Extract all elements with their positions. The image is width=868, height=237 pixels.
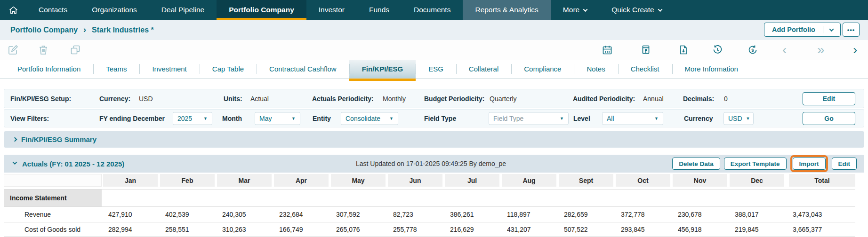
last-updated-text: Last Updated on 17-01-2025 09:49:25 By d…	[356, 160, 506, 167]
setup-title: Fin/KPI/ESG Setup:	[10, 95, 71, 103]
tab-more-information[interactable]: More Information	[672, 60, 751, 78]
table-cell: 219,845	[730, 226, 784, 233]
month-dropdown[interactable]: May▼	[255, 112, 300, 125]
actuals-section-header[interactable]: Actuals (FY: 01 2025 - 12 2025) Last Upd…	[4, 155, 864, 173]
tab-compliance[interactable]: Compliance	[511, 60, 574, 78]
dropdown-caret-icon: ▼	[203, 116, 208, 121]
actuals-edit-button[interactable]: Edit	[832, 158, 857, 170]
copy-icon[interactable]	[70, 44, 81, 55]
table-cell: 431,207	[502, 226, 556, 233]
nav-funds[interactable]: Funds	[357, 0, 402, 20]
table-cell: 166,749	[274, 226, 329, 233]
nav-portfolio-company[interactable]: Portfolio Company	[217, 0, 306, 20]
column-header: Mar	[217, 174, 272, 187]
nav-quick-create[interactable]: Quick Create	[599, 0, 674, 20]
units-value: Actual	[250, 95, 269, 103]
column-header: Apr	[274, 174, 329, 187]
calendar-icon[interactable]	[602, 44, 613, 55]
document-export-icon[interactable]	[678, 44, 689, 55]
audited-periodicity-value: Annual	[643, 95, 664, 103]
tab-notes[interactable]: Notes	[574, 60, 618, 78]
decimals-label: Decimals:	[683, 95, 714, 103]
table-cell: 310,263	[217, 226, 272, 233]
column-header: Nov	[673, 174, 727, 187]
actuals-periodicity-value: Monthly	[383, 95, 406, 103]
svg-text:$: $	[751, 47, 754, 53]
export-template-button[interactable]: Export Template	[724, 158, 787, 170]
page-previous-icon[interactable]: ‹	[782, 40, 787, 59]
app-window: Contacts Organizations Deal Pipeline Por…	[0, 0, 868, 237]
month-label: Month	[222, 115, 242, 122]
column-header: May	[331, 174, 386, 187]
tab-cap-table[interactable]: Cap Table	[200, 60, 257, 78]
currency-refresh-icon[interactable]: $	[747, 44, 758, 55]
nav-contacts[interactable]: Contacts	[26, 0, 80, 20]
dropdown-caret-icon: ▼	[291, 116, 296, 121]
level-dropdown[interactable]: All▼	[602, 112, 663, 125]
breadcrumb-parent[interactable]: Portfolio Company	[10, 26, 78, 34]
dropdown-caret-icon: ▼	[746, 116, 750, 121]
home-icon[interactable]	[0, 0, 26, 20]
go-button[interactable]: Go	[803, 112, 855, 125]
fin-kpi-esg-panel: Fin/KPI/ESG Setup: Currency: USD Units: …	[4, 89, 864, 127]
add-portfolio-button[interactable]: Add Portfolio	[764, 23, 841, 37]
field-type-value: Field Type	[493, 115, 523, 122]
nav-investor[interactable]: Investor	[306, 0, 357, 20]
add-portfolio-label: Add Portfolio	[764, 26, 823, 33]
summary-section-title: Fin/KPI/ESG Summary	[21, 135, 96, 143]
table-cell: 372,778	[616, 211, 670, 218]
nav-quick-create-label: Quick Create	[611, 6, 654, 14]
edit-icon[interactable]	[8, 44, 19, 55]
actuals-section-title: Actuals (FY: 01 2025 - 12 2025)	[22, 160, 124, 168]
field-type-label: Field Type	[424, 115, 456, 122]
summary-section-header[interactable]: Fin/KPI/ESG Summary	[4, 131, 864, 148]
filter-currency-label: Currency	[684, 115, 713, 122]
add-portfolio-dropdown[interactable]	[823, 28, 840, 32]
entity-dropdown[interactable]: Consolidate▼	[341, 112, 398, 125]
column-header: Aug	[502, 174, 556, 187]
breadcrumb-current: Stark Industries *	[92, 26, 154, 34]
tab-portfolio-information[interactable]: Portfolio Information	[5, 60, 93, 78]
table-cell: 388,017	[730, 211, 784, 218]
currency-label: Currency:	[99, 95, 130, 103]
filter-currency-value: USD	[728, 115, 742, 122]
breadcrumb-separator-icon: ›	[83, 25, 86, 35]
column-header: Oct	[616, 174, 670, 187]
table-cell: 258,551	[160, 226, 215, 233]
column-header: Sept	[559, 174, 613, 187]
more-actions-button[interactable]: •••	[843, 23, 860, 37]
budget-periodicity-label: Budget Periodicity:	[424, 95, 484, 103]
fy-dropdown[interactable]: 2025▼	[173, 112, 212, 125]
setup-edit-button[interactable]: Edit	[803, 92, 855, 105]
chevron-down-icon	[13, 160, 17, 165]
nav-deal-pipeline[interactable]: Deal Pipeline	[149, 0, 217, 20]
nav-more[interactable]: More	[551, 0, 599, 20]
tab-checklist[interactable]: Checklist	[618, 60, 672, 78]
table-cell: 265,076	[331, 226, 386, 233]
filter-currency-dropdown[interactable]: USD▼	[723, 112, 754, 125]
tab-contractual-cashflow[interactable]: Contractual Cashflow	[257, 60, 349, 78]
tab-investment[interactable]: Investment	[139, 60, 199, 78]
nav-reports-analytics[interactable]: Reports & Analytics	[463, 0, 550, 20]
tab-fin-kpi-esg[interactable]: Fin/KPI/ESG	[349, 60, 416, 78]
import-button[interactable]: Import	[793, 158, 826, 170]
month-value: May	[259, 115, 272, 122]
table-cell: 507,522	[559, 226, 613, 233]
field-type-dropdown[interactable]: Field Type▼	[489, 112, 569, 125]
history-icon[interactable]	[712, 44, 723, 55]
tab-esg[interactable]: ESG	[416, 60, 456, 78]
dropdown-caret-icon: ▼	[560, 116, 564, 121]
page-fast-forward-icon[interactable]: »	[817, 40, 825, 59]
table-cell: 456,918	[673, 226, 727, 233]
tab-teams[interactable]: Teams	[93, 60, 139, 78]
page-next-icon[interactable]: ›	[853, 40, 857, 59]
table-cell: 386,261	[445, 211, 499, 218]
nav-documents[interactable]: Documents	[402, 0, 463, 20]
template-board-icon[interactable]	[640, 44, 651, 55]
delete-icon[interactable]	[38, 44, 49, 55]
total-column-header: Total	[789, 174, 855, 187]
nav-organizations[interactable]: Organizations	[80, 0, 149, 20]
record-toolbar: $ ‹ » ›	[0, 40, 868, 60]
delete-data-button[interactable]: Delete Data	[672, 158, 720, 170]
tab-collateral[interactable]: Collateral	[456, 60, 511, 78]
